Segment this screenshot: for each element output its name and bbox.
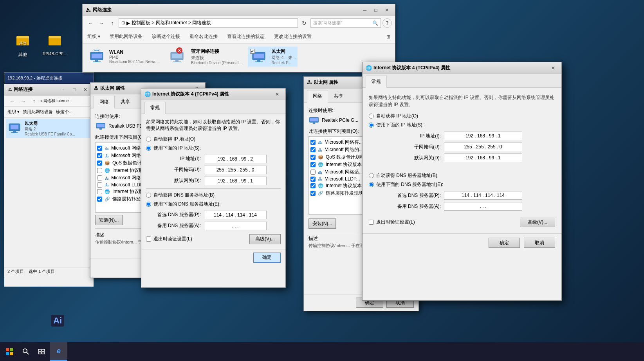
eth-tab-share-1[interactable]: 共享 — [115, 96, 136, 108]
inner-diagnose[interactable]: 诊这个... — [56, 109, 72, 115]
auto-ip-radio-2[interactable]: 自动获得 IP 地址(O) — [369, 113, 555, 119]
ethernet-item[interactable]: ✓ 以太网 网络 4，未... Realtek P... — [248, 47, 297, 67]
svg-line-32 — [27, 352, 29, 354]
secondary-dns-input-1[interactable]: . . . — [204, 222, 267, 230]
auto-dns-radio-1[interactable]: 自动获得 DNS 服务器地址(B) — [146, 192, 281, 199]
bluetooth-icon: ✕ — [168, 48, 186, 65]
net-search[interactable]: 搜索"网络连接" 🔍 — [310, 18, 381, 28]
net-close[interactable]: ✕ — [382, 6, 392, 14]
svg-rect-16 — [173, 61, 181, 62]
inner-back-btn[interactable]: ← — [7, 96, 17, 106]
manual-dns-radio-2[interactable]: 使用下面的 DNS 服务器地址(E): — [369, 181, 555, 188]
ai-icon-label[interactable]: Ai — [51, 315, 64, 327]
svg-rect-36 — [42, 352, 45, 354]
net-up[interactable]: ↑ — [108, 18, 117, 28]
task-view-icon — [38, 349, 45, 354]
gateway-input-2[interactable]: 192 . 168 . 99 . 1 — [444, 153, 522, 162]
inner-close[interactable]: ✕ — [80, 85, 90, 94]
net-refresh[interactable]: ↻ — [299, 18, 309, 28]
subnet-input-2[interactable]: 255 . 255 . 255 . 0 — [444, 143, 522, 151]
ipv4-ok-1[interactable]: 确定 — [253, 253, 281, 263]
inner-ethernet-icon — [7, 122, 22, 135]
manual-dns-radio-1[interactable]: 使用下面的 DNS 服务器地址(E): — [146, 201, 281, 208]
ipv4-sep-1 — [146, 188, 281, 189]
start-button[interactable] — [0, 342, 19, 361]
bluetooth-info: 蓝牙网络连接 未连接 Bluetooth Device (Personal... — [191, 48, 242, 65]
connections-list: WLAN PI4B Broadcom 802.11ac Netwo... ✕ — [83, 43, 395, 70]
change-settings-btn[interactable]: 更改此连接的设置 — [272, 32, 313, 41]
inner-organize[interactable]: 组织 ▾ — [7, 109, 20, 115]
ipv4-close-1[interactable]: ✕ — [272, 90, 282, 99]
net-forward[interactable]: → — [97, 18, 106, 28]
validate-check-1[interactable]: 退出时验证设置(L) — [146, 236, 192, 242]
gateway-input-1[interactable]: 192 . 168 . 99 . 1 — [204, 177, 267, 185]
net-maximize[interactable]: □ — [371, 6, 381, 14]
dns-radio-group-1: 自动获得 DNS 服务器地址(B) 使用下面的 DNS 服务器地址(E): — [146, 192, 281, 208]
ipv4-ok-2[interactable]: 确定 — [489, 238, 520, 248]
secondary-dns-input-2[interactable]: . . . — [444, 202, 522, 211]
inner-maximize[interactable]: □ — [69, 85, 79, 94]
eth-sub1: 网络 4，未... — [271, 55, 296, 61]
wlan-item[interactable]: WLAN PI4B Broadcom 802.11ac Netwo... — [86, 47, 161, 67]
inner-disable[interactable]: 禁用此网络设备 — [23, 109, 53, 115]
svg-rect-20 — [255, 61, 263, 62]
bt-name: 蓝牙网络连接 — [191, 48, 242, 55]
inner-forward-btn[interactable]: → — [18, 96, 28, 106]
primary-dns-input-1[interactable]: 114 . 114 . 114 . 114 — [204, 211, 267, 219]
subnet-row-2: 子网掩码(U): 255 . 255 . 255 . 0 — [378, 143, 555, 151]
desktop-icon-rpi4b[interactable]: RPI4B-OPE... — [39, 31, 70, 56]
subnet-input-1[interactable]: 255 . 255 . 255 . 0 — [204, 166, 267, 174]
svg-rect-4 — [49, 38, 61, 45]
inner-minimize[interactable]: ─ — [58, 85, 69, 94]
svg-rect-30 — [10, 352, 13, 355]
ip-address-input-1[interactable]: 192 . 168 . 99 . 2 — [204, 155, 267, 163]
advanced-btn-1[interactable]: 高级(V)... — [249, 234, 281, 244]
ipv4-tabs-2: 常规 — [363, 74, 561, 88]
auto-ip-radio-1[interactable]: 自动获得 IP 地址(O) — [146, 136, 281, 143]
primary-dns-input-2[interactable]: 114 . 114 . 114 . 114 — [444, 191, 522, 200]
manual-ip-radio-1[interactable]: 使用下面的 IP 地址(S): — [146, 145, 281, 152]
diagnose-btn[interactable]: 诊断这个连接 — [150, 32, 182, 41]
desktop-icon-other[interactable]: 其他 其他 — [7, 31, 38, 58]
net-back[interactable]: ← — [86, 18, 95, 28]
net-minimize[interactable]: ─ — [360, 6, 370, 14]
auto-dns-radio-2[interactable]: 自动获得 DNS 服务器地址(B) — [369, 172, 555, 179]
ipv4-close-2[interactable]: ✕ — [548, 64, 558, 72]
validate-check-2[interactable]: 退出时验证设置(L) — [369, 219, 415, 226]
inner-ethernet-item[interactable]: 以太网 网络 2 Realtek USB FE Family Co... — [6, 119, 92, 138]
svg-rect-7 — [13, 131, 16, 132]
net-controls[interactable]: ─ □ ✕ — [360, 6, 392, 14]
primary-dns-row-2: 首选 DNS 服务器(P): 114 . 114 . 114 . 114 — [378, 191, 555, 200]
bluetooth-item[interactable]: ✕ 蓝牙网络连接 未连接 Bluetooth Device (Personal.… — [166, 47, 244, 67]
ipv4-cancel-2[interactable]: 取消 — [524, 238, 555, 248]
install-btn-2[interactable]: 安装(N)... — [308, 218, 336, 229]
svg-text:其他: 其他 — [19, 41, 26, 45]
inner-eth-name: 以太网 — [25, 121, 75, 126]
view-status-btn[interactable]: 查看此连接的状态 — [225, 32, 266, 41]
eth-tab-network-2[interactable]: 网络 — [307, 90, 328, 103]
task-view-button[interactable] — [33, 342, 50, 361]
manual-ip-radio-2[interactable]: 使用下面的 IP 地址(S): — [369, 122, 555, 128]
ip-address-input-2[interactable]: 192 . 168 . 99 . 1 — [444, 132, 522, 140]
inner-up-btn[interactable]: ↑ — [29, 96, 39, 106]
net-icon-small: 🖧 — [7, 87, 12, 92]
advanced-btn-2[interactable]: 高级(V)... — [520, 217, 555, 227]
svg-rect-26 — [313, 123, 315, 124]
net-help[interactable]: ? — [382, 18, 392, 28]
inner-controls[interactable]: ─ □ ✕ — [58, 85, 90, 94]
svg-rect-29 — [6, 352, 9, 355]
eth-info: 以太网 网络 4，未... Realtek P... — [271, 48, 296, 65]
rename-btn[interactable]: 重命名此连接 — [188, 32, 219, 41]
search-button[interactable] — [19, 342, 33, 361]
ipv4-tab-1[interactable]: 常规 — [144, 102, 166, 114]
disable-btn[interactable]: 禁用此网络设备 — [108, 32, 144, 41]
ipv4-dialog-1: 🌐 Internet 协议版本 4 (TCP/IPv4) 属性 ✕ 常规 如果网… — [141, 88, 286, 288]
eth-tab-network-1[interactable]: 网络 — [94, 96, 115, 108]
eth-tab-share-2[interactable]: 共享 — [328, 90, 349, 102]
eth-props-icon-2: 🖧 — [307, 79, 312, 85]
ipv4-tab-2[interactable]: 常规 — [366, 76, 387, 88]
install-btn-1[interactable]: 安装(N)... — [95, 215, 123, 225]
organize-btn[interactable]: 组织 ▾ — [86, 32, 102, 41]
view-icon-btn[interactable]: ⊞ — [385, 33, 392, 40]
rdp-titlebar[interactable]: 192.168.99.2 - 远程桌面连接 — [4, 73, 94, 84]
